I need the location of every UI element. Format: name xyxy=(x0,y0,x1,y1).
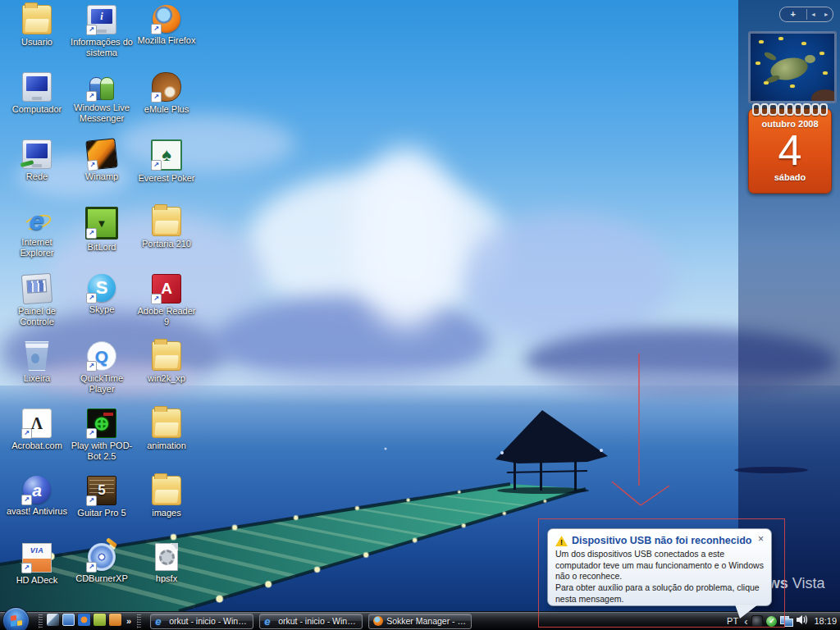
folder-icon xyxy=(152,409,181,438)
media-player-icon[interactable] xyxy=(78,614,90,626)
fish xyxy=(759,40,764,43)
desktop-icon-acrobat-com[interactable]: Λ↗Acrobat.com xyxy=(5,409,69,451)
calendar-spiral-binding xyxy=(752,103,828,116)
desktop-icon-painel-de-controle[interactable]: Painel de Controle xyxy=(5,274,69,326)
desktop-icon-winamp[interactable]: ↗Winamp xyxy=(70,139,134,182)
desktop-icon-label: Acrobat.com xyxy=(5,441,69,451)
sidebar-controls[interactable]: + ◄ ► xyxy=(779,7,833,22)
launcher-orange-icon[interactable] xyxy=(109,614,121,626)
taskbar[interactable]: » eorkut - inicio - Wind...eorkut - inic… xyxy=(0,611,840,630)
desktop[interactable]: + ◄ ► xyxy=(0,0,840,611)
desktop-icon-adobe-reader-9[interactable]: A↗Adobe Reader 9 xyxy=(135,274,199,326)
slideshow-gadget[interactable] xyxy=(748,31,837,103)
task-button-label: orkut - inicio - Wind... xyxy=(278,616,358,626)
adobe-icon: A↗ xyxy=(152,274,181,304)
desktop-icon-rede[interactable]: Rede xyxy=(5,139,69,182)
desktop-icon-hpsfx[interactable]: hpsfx xyxy=(135,543,199,584)
network-icon[interactable] xyxy=(780,616,793,627)
start-button[interactable] xyxy=(2,607,30,630)
task-button-area: eorkut - inicio - Wind...eorkut - inicio… xyxy=(150,614,477,629)
desktop-icon-label: Skype xyxy=(70,304,134,315)
shortcut-arrow-icon: ↗ xyxy=(151,24,162,34)
shortcut-arrow-icon: ↗ xyxy=(86,428,97,439)
desktop-icon-label: QuickTime Player xyxy=(70,373,134,394)
desktop-icon-label: eMule Plus xyxy=(135,104,199,115)
desktop-icon-internet-explorer[interactable]: eInternet Explorer xyxy=(5,207,69,258)
shortcut-arrow-icon: ↗ xyxy=(151,92,162,103)
shortcut-arrow-icon: ↗ xyxy=(86,228,97,239)
desktop-icon-computador[interactable]: Computador xyxy=(5,72,69,115)
desktop-icon-portaria-210[interactable]: Portaria 210 xyxy=(135,207,199,249)
hut-silhouette xyxy=(495,410,608,494)
desktop-icon-lixeira[interactable]: Lixeira xyxy=(5,341,69,384)
desktop-icon-label: Internet Explorer xyxy=(5,237,69,258)
task-button-orkut-inicio-wind[interactable]: eorkut - inicio - Wind... xyxy=(150,614,253,629)
task-button-label: orkut - inicio - Wind... xyxy=(169,616,249,626)
shortcut-arrow-icon: ↗ xyxy=(87,160,98,171)
quick-launch-more-button[interactable]: » xyxy=(126,616,131,626)
shortcut-arrow-icon: ↗ xyxy=(86,293,97,304)
desktop-icon-label: Informações do sistema xyxy=(70,37,134,57)
hpsfx-icon xyxy=(155,543,178,571)
desktop-icon-windows-live-messenger[interactable]: ↗Windows Live Messenger xyxy=(70,72,134,123)
desktop-icon-guitar-pro-5[interactable]: 5↗Guitar Pro 5 xyxy=(70,476,134,518)
desktop-icon-usuario[interactable]: Usuario xyxy=(5,5,69,48)
lixeira-icon xyxy=(22,341,52,371)
flip-3d-icon[interactable] xyxy=(62,614,75,626)
desktop-icon-bitlord[interactable]: ▼↗BitLord xyxy=(70,207,134,253)
desktop-icon-label: Computador xyxy=(5,104,69,115)
desktop-icon-label: Painel de Controle xyxy=(5,306,69,326)
desktop-icon-label: Windows Live Messenger xyxy=(70,103,134,123)
close-icon[interactable]: × xyxy=(758,535,764,543)
antivirus-tray-icon[interactable]: ✓ xyxy=(766,616,777,627)
ie-icon: e xyxy=(23,207,51,235)
balloon-tail xyxy=(735,605,758,619)
gadget-next-button[interactable]: ► xyxy=(824,11,829,17)
gadget-prev-button[interactable]: ◄ xyxy=(810,11,816,17)
volume-icon[interactable] xyxy=(797,614,808,628)
usb-notification-balloon[interactable]: ! Dispositivo USB não foi reconhecido × … xyxy=(547,528,772,606)
cdburner-icon: ↗ xyxy=(88,543,116,571)
desktop-icon-animation[interactable]: animation xyxy=(135,409,199,451)
guitar-icon: 5↗ xyxy=(87,476,116,505)
desktop-icon-win2k-xp[interactable]: win2k_xp xyxy=(135,341,199,384)
firefox-icon: ↗ xyxy=(153,5,180,33)
task-button-orkut-inicio-wind[interactable]: eorkut - inicio - Wind... xyxy=(259,614,363,629)
desktop-icon-label: Portaria 210 xyxy=(135,239,199,249)
clock[interactable]: 18:19 xyxy=(814,616,837,626)
toolbar-grip[interactable] xyxy=(137,614,141,628)
shortcut-arrow-icon: ↗ xyxy=(151,160,162,171)
vista-desktop-screen: + ◄ ► xyxy=(0,0,840,630)
task-button-sokker-manager-m[interactable]: Sokker Manager - M... xyxy=(368,614,472,629)
calendar-gadget[interactable]: outubro 2008 4 sábado xyxy=(748,108,832,194)
desktop-icon-label: Play with POD-Bot 2.5 xyxy=(70,441,134,461)
desktop-icon-quicktime-player[interactable]: Q↗QuickTime Player xyxy=(70,341,134,394)
desktop-icon-skype[interactable]: S↗Skype xyxy=(70,274,134,315)
desktop-icon-label: animation xyxy=(135,441,199,451)
launcher-green-icon[interactable] xyxy=(94,614,106,626)
desktop-icon-label: Guitar Pro 5 xyxy=(70,508,134,518)
winamp-icon: ↗ xyxy=(85,138,118,171)
desktop-icon-label: Usuario xyxy=(5,37,69,48)
show-desktop-icon[interactable] xyxy=(47,614,59,626)
desktop-icon-everest-poker[interactable]: ♠↗Everest Poker xyxy=(135,139,199,184)
desktop-icon-avast-antivirus[interactable]: a↗avast! Antivirus xyxy=(5,476,69,517)
shortcut-arrow-icon: ↗ xyxy=(21,495,32,505)
desktop-icon-hd-adeck[interactable]: VIA↗HD ADeck xyxy=(5,543,69,586)
shortcut-arrow-icon: ↗ xyxy=(151,294,162,304)
bitlord-icon: ▼↗ xyxy=(85,207,118,240)
desktop-icon-mozilla-firefox[interactable]: ↗Mozilla Firefox xyxy=(135,5,199,46)
toolbar-grip[interactable] xyxy=(39,614,43,628)
acrobat-icon: Λ↗ xyxy=(22,409,52,438)
desktop-icon-informa-es-do-sistema[interactable]: i↗Informações do sistema xyxy=(70,5,134,57)
desktop-icon-cdburnerxp[interactable]: ↗CDBurnerXP xyxy=(70,543,134,584)
desktop-icon-emule-plus[interactable]: ↗eMule Plus xyxy=(135,72,199,115)
folder-icon xyxy=(22,5,52,34)
desktop-icon-images[interactable]: images xyxy=(135,476,199,518)
folder-icon xyxy=(152,207,181,236)
desktop-icon-label: Mozilla Firefox xyxy=(135,35,199,46)
calendar-weekday: sábado xyxy=(774,172,806,182)
desktop-icon-label: CDBurnerXP xyxy=(70,573,134,584)
desktop-icon-play-with-pod-bot-2-5[interactable]: ⊕↗Play with POD-Bot 2.5 xyxy=(70,409,134,461)
add-gadget-button[interactable]: + xyxy=(780,8,806,21)
